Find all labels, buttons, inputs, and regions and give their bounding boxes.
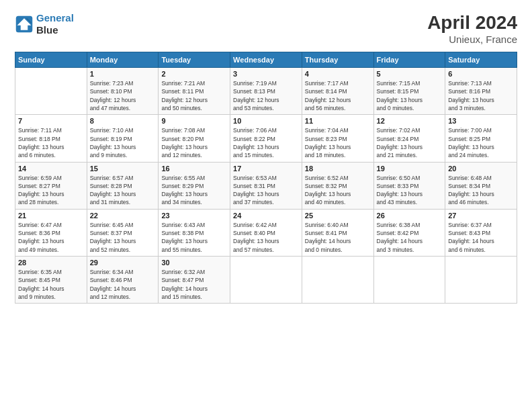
- day-info: Sunrise: 6:53 AM Sunset: 8:31 PM Dayligh…: [233, 174, 299, 207]
- day-info: Sunrise: 7:21 AM Sunset: 8:11 PM Dayligh…: [161, 79, 227, 112]
- day-number: 4: [305, 70, 371, 78]
- day-number: 6: [448, 70, 514, 78]
- day-number: 15: [90, 165, 156, 173]
- calendar-day-cell: 10Sunrise: 7:06 AM Sunset: 8:22 PM Dayli…: [230, 115, 302, 162]
- calendar-day-cell: 20Sunrise: 6:48 AM Sunset: 8:34 PM Dayli…: [445, 162, 517, 209]
- calendar-day-cell: [15, 68, 87, 115]
- calendar-header-cell: Wednesday: [230, 52, 302, 68]
- calendar-header-cell: Thursday: [302, 52, 373, 68]
- calendar-day-cell: [373, 257, 445, 304]
- day-info: Sunrise: 6:43 AM Sunset: 8:38 PM Dayligh…: [161, 221, 227, 254]
- calendar-day-cell: 21Sunrise: 6:47 AM Sunset: 8:36 PM Dayli…: [15, 209, 87, 256]
- calendar-day-cell: 19Sunrise: 6:50 AM Sunset: 8:33 PM Dayli…: [373, 162, 445, 209]
- day-info: Sunrise: 6:47 AM Sunset: 8:36 PM Dayligh…: [18, 221, 84, 254]
- calendar-day-cell: 26Sunrise: 6:38 AM Sunset: 8:42 PM Dayli…: [373, 209, 445, 256]
- day-info: Sunrise: 6:50 AM Sunset: 8:33 PM Dayligh…: [377, 174, 443, 207]
- calendar-day-cell: 13Sunrise: 7:00 AM Sunset: 8:25 PM Dayli…: [445, 115, 517, 162]
- calendar-day-cell: 24Sunrise: 6:42 AM Sunset: 8:40 PM Dayli…: [230, 209, 302, 256]
- calendar-header-cell: Tuesday: [159, 52, 230, 68]
- day-number: 10: [233, 117, 299, 125]
- day-info: Sunrise: 7:15 AM Sunset: 8:15 PM Dayligh…: [377, 79, 443, 112]
- calendar-day-cell: 5Sunrise: 7:15 AM Sunset: 8:15 PM Daylig…: [373, 68, 445, 115]
- calendar-day-cell: 6Sunrise: 7:13 AM Sunset: 8:16 PM Daylig…: [445, 68, 517, 115]
- day-number: 18: [305, 165, 371, 173]
- calendar-day-cell: 9Sunrise: 7:08 AM Sunset: 8:20 PM Daylig…: [159, 115, 230, 162]
- day-number: 17: [233, 165, 299, 173]
- day-number: 29: [90, 259, 156, 267]
- day-number: 5: [377, 70, 443, 78]
- calendar-day-cell: [230, 257, 302, 304]
- day-info: Sunrise: 6:55 AM Sunset: 8:29 PM Dayligh…: [161, 174, 227, 207]
- calendar-day-cell: 23Sunrise: 6:43 AM Sunset: 8:38 PM Dayli…: [159, 209, 230, 256]
- day-number: 14: [18, 165, 84, 173]
- day-info: Sunrise: 6:59 AM Sunset: 8:27 PM Dayligh…: [18, 174, 84, 207]
- day-info: Sunrise: 6:48 AM Sunset: 8:34 PM Dayligh…: [448, 174, 514, 207]
- logo-line2: Blue: [36, 24, 74, 36]
- calendar-day-cell: 8Sunrise: 7:10 AM Sunset: 8:19 PM Daylig…: [87, 115, 159, 162]
- day-number: 25: [305, 212, 371, 220]
- calendar-week-row: 7Sunrise: 7:11 AM Sunset: 8:18 PM Daylig…: [15, 115, 517, 162]
- day-info: Sunrise: 6:52 AM Sunset: 8:32 PM Dayligh…: [305, 174, 371, 207]
- calendar-day-cell: 1Sunrise: 7:23 AM Sunset: 8:10 PM Daylig…: [87, 68, 159, 115]
- day-info: Sunrise: 7:23 AM Sunset: 8:10 PM Dayligh…: [90, 79, 156, 112]
- header: General Blue April 2024 Unieux, France: [15, 12, 517, 45]
- day-number: 30: [161, 259, 227, 267]
- day-number: 1: [90, 70, 156, 78]
- day-info: Sunrise: 6:40 AM Sunset: 8:41 PM Dayligh…: [305, 221, 371, 254]
- day-info: Sunrise: 6:34 AM Sunset: 8:46 PM Dayligh…: [90, 268, 156, 301]
- calendar-header-row: SundayMondayTuesdayWednesdayThursdayFrid…: [15, 52, 517, 68]
- calendar-day-cell: 7Sunrise: 7:11 AM Sunset: 8:18 PM Daylig…: [15, 115, 87, 162]
- day-number: 7: [18, 117, 84, 125]
- day-info: Sunrise: 6:32 AM Sunset: 8:47 PM Dayligh…: [161, 268, 227, 301]
- day-number: 26: [377, 212, 443, 220]
- day-number: 20: [448, 165, 514, 173]
- day-number: 3: [233, 70, 299, 78]
- calendar-day-cell: 25Sunrise: 6:40 AM Sunset: 8:41 PM Dayli…: [302, 209, 373, 256]
- day-info: Sunrise: 7:10 AM Sunset: 8:19 PM Dayligh…: [90, 126, 156, 159]
- calendar-subtitle: Unieux, France: [427, 34, 517, 45]
- calendar-day-cell: 14Sunrise: 6:59 AM Sunset: 8:27 PM Dayli…: [15, 162, 87, 209]
- day-number: 21: [18, 212, 84, 220]
- logo-icon: [15, 15, 34, 34]
- calendar-table: SundayMondayTuesdayWednesdayThursdayFrid…: [15, 52, 517, 304]
- day-number: 9: [161, 117, 227, 125]
- day-number: 22: [90, 212, 156, 220]
- day-info: Sunrise: 6:57 AM Sunset: 8:28 PM Dayligh…: [90, 174, 156, 207]
- day-number: 2: [161, 70, 227, 78]
- calendar-day-cell: 30Sunrise: 6:32 AM Sunset: 8:47 PM Dayli…: [159, 257, 230, 304]
- calendar-header-cell: Sunday: [15, 52, 87, 68]
- day-info: Sunrise: 7:17 AM Sunset: 8:14 PM Dayligh…: [305, 79, 371, 112]
- day-info: Sunrise: 7:06 AM Sunset: 8:22 PM Dayligh…: [233, 126, 299, 159]
- logo-text: General Blue: [36, 12, 74, 36]
- day-number: 11: [305, 117, 371, 125]
- day-number: 12: [377, 117, 443, 125]
- day-info: Sunrise: 7:04 AM Sunset: 8:23 PM Dayligh…: [305, 126, 371, 159]
- calendar-day-cell: 2Sunrise: 7:21 AM Sunset: 8:11 PM Daylig…: [159, 68, 230, 115]
- calendar-day-cell: [445, 257, 517, 304]
- day-info: Sunrise: 6:35 AM Sunset: 8:45 PM Dayligh…: [18, 268, 84, 301]
- day-number: 8: [90, 117, 156, 125]
- calendar-day-cell: 11Sunrise: 7:04 AM Sunset: 8:23 PM Dayli…: [302, 115, 373, 162]
- calendar-day-cell: [302, 257, 373, 304]
- day-number: 23: [161, 212, 227, 220]
- title-block: April 2024 Unieux, France: [427, 12, 517, 45]
- calendar-day-cell: 12Sunrise: 7:02 AM Sunset: 8:24 PM Dayli…: [373, 115, 445, 162]
- calendar-title: April 2024: [427, 12, 517, 34]
- calendar-day-cell: 17Sunrise: 6:53 AM Sunset: 8:31 PM Dayli…: [230, 162, 302, 209]
- calendar-day-cell: 16Sunrise: 6:55 AM Sunset: 8:29 PM Dayli…: [159, 162, 230, 209]
- day-info: Sunrise: 7:02 AM Sunset: 8:24 PM Dayligh…: [377, 126, 443, 159]
- page: General Blue April 2024 Unieux, France S…: [0, 0, 532, 411]
- day-info: Sunrise: 7:00 AM Sunset: 8:25 PM Dayligh…: [448, 126, 514, 159]
- calendar-week-row: 14Sunrise: 6:59 AM Sunset: 8:27 PM Dayli…: [15, 162, 517, 209]
- calendar-day-cell: 28Sunrise: 6:35 AM Sunset: 8:45 PM Dayli…: [15, 257, 87, 304]
- day-number: 24: [233, 212, 299, 220]
- day-info: Sunrise: 7:19 AM Sunset: 8:13 PM Dayligh…: [233, 79, 299, 112]
- day-info: Sunrise: 6:37 AM Sunset: 8:43 PM Dayligh…: [448, 221, 514, 254]
- calendar-week-row: 21Sunrise: 6:47 AM Sunset: 8:36 PM Dayli…: [15, 209, 517, 256]
- calendar-day-cell: 3Sunrise: 7:19 AM Sunset: 8:13 PM Daylig…: [230, 68, 302, 115]
- day-number: 19: [377, 165, 443, 173]
- calendar-day-cell: 29Sunrise: 6:34 AM Sunset: 8:46 PM Dayli…: [87, 257, 159, 304]
- calendar-day-cell: 18Sunrise: 6:52 AM Sunset: 8:32 PM Dayli…: [302, 162, 373, 209]
- calendar-day-cell: 27Sunrise: 6:37 AM Sunset: 8:43 PM Dayli…: [445, 209, 517, 256]
- calendar-day-cell: 22Sunrise: 6:45 AM Sunset: 8:37 PM Dayli…: [87, 209, 159, 256]
